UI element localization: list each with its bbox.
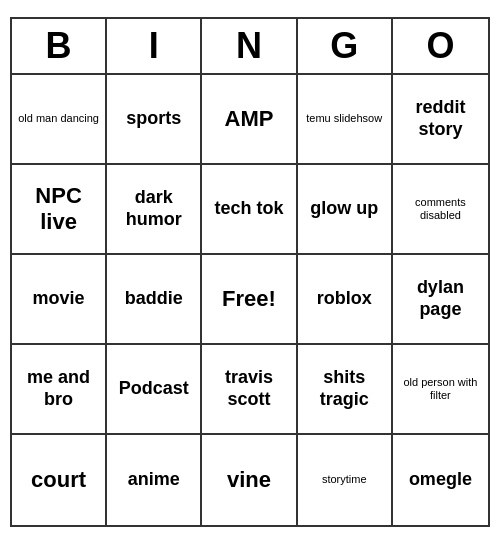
bingo-cell: storytime [298, 435, 393, 525]
bingo-cell: omegle [393, 435, 488, 525]
bingo-cell: roblox [298, 255, 393, 345]
bingo-cell: temu slidehsow [298, 75, 393, 165]
bingo-letter: O [393, 19, 488, 73]
bingo-cell: tech tok [202, 165, 297, 255]
bingo-cell: dark humor [107, 165, 202, 255]
bingo-cell: baddie [107, 255, 202, 345]
bingo-cell: shits tragic [298, 345, 393, 435]
bingo-cell: court [12, 435, 107, 525]
bingo-grid: old man dancingsportsAMPtemu slidehsowre… [12, 75, 488, 525]
bingo-cell: vine [202, 435, 297, 525]
bingo-cell: reddit story [393, 75, 488, 165]
bingo-cell: anime [107, 435, 202, 525]
bingo-cell: sports [107, 75, 202, 165]
bingo-letter: N [202, 19, 297, 73]
bingo-cell: Free! [202, 255, 297, 345]
bingo-letter: I [107, 19, 202, 73]
bingo-cell: travis scott [202, 345, 297, 435]
bingo-cell: movie [12, 255, 107, 345]
bingo-cell: glow up [298, 165, 393, 255]
bingo-header: BINGO [12, 19, 488, 75]
bingo-cell: me and bro [12, 345, 107, 435]
bingo-cell: dylan page [393, 255, 488, 345]
bingo-cell: NPC live [12, 165, 107, 255]
bingo-cell: old man dancing [12, 75, 107, 165]
bingo-cell: Podcast [107, 345, 202, 435]
bingo-cell: comments disabled [393, 165, 488, 255]
bingo-cell: AMP [202, 75, 297, 165]
bingo-card: BINGO old man dancingsportsAMPtemu slide… [10, 17, 490, 527]
bingo-cell: old person with filter [393, 345, 488, 435]
bingo-letter: G [298, 19, 393, 73]
bingo-letter: B [12, 19, 107, 73]
